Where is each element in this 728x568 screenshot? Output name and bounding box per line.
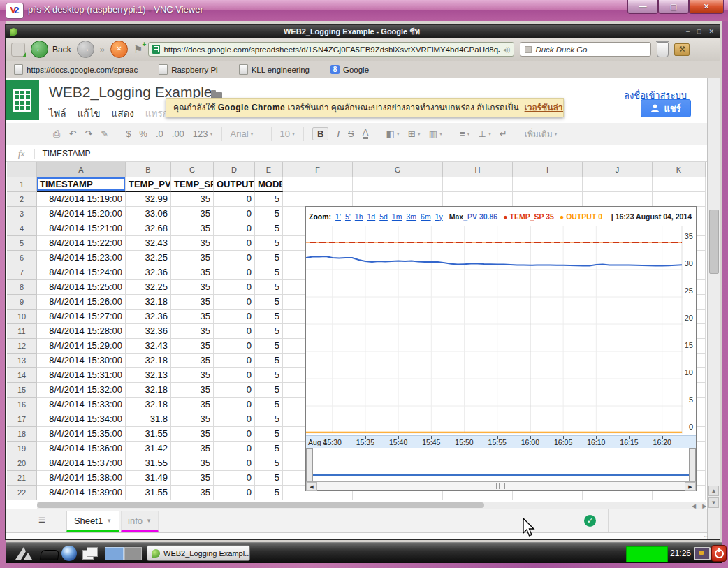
cell[interactable]: 35: [171, 412, 214, 427]
cell[interactable]: 35: [171, 368, 214, 383]
column-header[interactable]: C: [171, 162, 214, 177]
cell[interactable]: 0: [214, 412, 255, 427]
column-header[interactable]: F: [283, 162, 353, 177]
cell[interactable]: 8/4/2014 15:33:00: [37, 398, 126, 412]
cell[interactable]: 35: [171, 221, 214, 236]
cell[interactable]: TEMP_PV: [126, 177, 171, 192]
cell[interactable]: 5: [255, 207, 283, 221]
cell[interactable]: 5: [255, 471, 283, 486]
back-label[interactable]: Back: [52, 45, 71, 54]
cell[interactable]: TEMP_SP: [171, 177, 214, 192]
cell[interactable]: 32.68: [126, 221, 171, 236]
cell[interactable]: 0: [214, 236, 255, 251]
row-header[interactable]: 18: [7, 427, 37, 442]
cell[interactable]: 5: [255, 221, 283, 236]
text-color-button[interactable]: A: [363, 129, 369, 139]
maximize-button[interactable]: ▢: [658, 0, 689, 14]
chart-scroll-grip[interactable]: [496, 483, 507, 489]
row-header[interactable]: 14: [7, 368, 37, 383]
chart-zoom-max-link[interactable]: Max: [449, 212, 463, 221]
row-header[interactable]: 2: [7, 192, 37, 207]
menu-item[interactable]: ไฟล์: [49, 105, 66, 121]
cell[interactable]: 0: [214, 192, 255, 207]
column-header[interactable]: H: [443, 162, 513, 177]
cell[interactable]: 8/4/2014 15:29:00: [37, 339, 126, 354]
row-header[interactable]: 16: [7, 398, 37, 412]
cell[interactable]: 35: [171, 236, 214, 251]
cell[interactable]: 8/4/2014 15:38:00: [37, 471, 126, 486]
cell[interactable]: 8/4/2014 15:37:00: [37, 456, 126, 471]
cell[interactable]: 0: [214, 295, 255, 310]
row-header[interactable]: 17: [7, 412, 37, 427]
row-header[interactable]: 7: [7, 265, 37, 280]
cell[interactable]: 31.55: [126, 456, 171, 471]
cell[interactable]: 8/4/2014 15:34:00: [37, 412, 126, 427]
row-header[interactable]: 10: [7, 310, 37, 324]
power-button[interactable]: [711, 545, 727, 562]
increase-decimals-button[interactable]: .00: [172, 129, 184, 139]
column-header[interactable]: E: [255, 162, 283, 177]
cell[interactable]: 32.36: [126, 265, 171, 280]
cell[interactable]: 35: [171, 339, 214, 354]
bookmark-item[interactable]: Raspberry Pi: [159, 64, 217, 75]
cell[interactable]: 35: [171, 456, 214, 471]
cell[interactable]: 5: [255, 192, 283, 207]
cell[interactable]: 0: [214, 280, 255, 295]
browser-maximize-icon[interactable]: □: [697, 28, 701, 35]
cell[interactable]: [653, 177, 706, 192]
row-header[interactable]: 6: [7, 251, 37, 265]
cell[interactable]: 5: [255, 236, 283, 251]
row-header[interactable]: 11: [7, 324, 37, 339]
cell[interactable]: 32.18: [126, 295, 171, 310]
task-button[interactable]: WEB2_Logging Exampl...: [147, 545, 250, 561]
cell[interactable]: 5: [255, 310, 283, 324]
web-browser-icon[interactable]: [61, 546, 77, 561]
url-bar[interactable]: ◂)): [148, 42, 514, 57]
menu-item[interactable]: แก้ไข: [78, 105, 101, 121]
italic-button[interactable]: I: [337, 129, 340, 139]
chart-range-selector[interactable]: [306, 448, 696, 481]
closed-tabs-trash-icon[interactable]: [657, 42, 669, 57]
cell[interactable]: 5: [255, 442, 283, 456]
cell[interactable]: 5: [255, 251, 283, 265]
more-formats-button[interactable]: 123▾: [193, 129, 213, 139]
cell[interactable]: 5: [255, 280, 283, 295]
cell[interactable]: 8/4/2014 15:26:00: [37, 295, 126, 310]
browser-close-icon[interactable]: ✕: [708, 28, 714, 35]
borders-button[interactable]: ⊞▾: [408, 129, 421, 139]
cell[interactable]: 0: [214, 354, 255, 368]
cell[interactable]: 8/4/2014 15:35:00: [37, 427, 126, 442]
cell[interactable]: 32.18: [126, 354, 171, 368]
cell[interactable]: 35: [171, 442, 214, 456]
update-link[interactable]: เวอร์ชันล่าสุด: [525, 103, 564, 112]
screen-lock-icon[interactable]: [694, 547, 711, 560]
paint-format-button[interactable]: ✎: [101, 129, 108, 139]
cell[interactable]: 5: [255, 368, 283, 383]
chart-zoom-link[interactable]: 1y: [435, 212, 443, 221]
vnc-titlebar[interactable]: V2 pi's X desktop (raspberrypi:1) - VNC …: [0, 0, 728, 21]
tools-menu-icon[interactable]: ⚒: [674, 43, 690, 56]
grid-corner[interactable]: [7, 162, 37, 177]
column-header[interactable]: B: [126, 162, 171, 177]
cell[interactable]: TIMESTAMP: [37, 177, 126, 192]
cell[interactable]: 5: [255, 427, 283, 442]
cell[interactable]: 5: [255, 383, 283, 398]
cell[interactable]: [283, 177, 353, 192]
cell[interactable]: 35: [171, 383, 214, 398]
row-header[interactable]: 19: [7, 442, 37, 456]
embedded-chart[interactable]: Zoom:1'5'1h1d5d1m3m6m1yMax_PV 30.86● TEM…: [305, 206, 697, 491]
cell[interactable]: 35: [171, 427, 214, 442]
cell[interactable]: 0: [214, 368, 255, 383]
cell[interactable]: 35: [171, 486, 214, 500]
scroll-down-icon[interactable]: ▼: [708, 497, 719, 508]
text-wrap-button[interactable]: ↵: [500, 129, 507, 139]
chart-scroll-right-icon[interactable]: ▶: [685, 482, 696, 491]
print-button[interactable]: ⎙: [53, 129, 60, 140]
cell[interactable]: 8/4/2014 15:31:00: [37, 368, 126, 383]
tab-info[interactable]: info▼: [121, 511, 159, 532]
stop-button[interactable]: ✕: [110, 41, 128, 58]
cell[interactable]: 5: [255, 486, 283, 500]
chart-scroll-left-icon[interactable]: ◀: [306, 482, 317, 491]
column-header[interactable]: I: [513, 162, 583, 177]
cell[interactable]: 0: [214, 310, 255, 324]
